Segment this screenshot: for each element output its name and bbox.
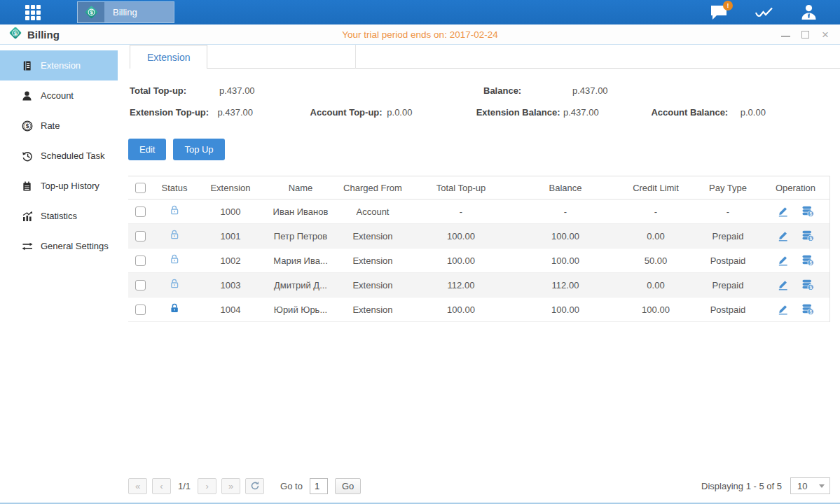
scheduled-task-icon <box>21 150 33 162</box>
balance-cell: 100.00 <box>514 304 617 315</box>
goto-page-input[interactable] <box>310 478 328 494</box>
col-balance: Balance <box>514 183 617 193</box>
sidebar-item-scheduled-task[interactable]: Scheduled Task <box>0 141 118 171</box>
charged-from-cell: Extension <box>337 304 408 315</box>
sidebar-item-label: Extension <box>41 60 81 71</box>
account-balance-value: p.0.00 <box>741 107 830 118</box>
sidebar-item-label: Scheduled Task <box>41 150 105 161</box>
account-topup-value: p.0.00 <box>387 107 476 118</box>
sidebar-item-general-settings[interactable]: General Settings <box>0 231 118 261</box>
table-row: 1003 Дмитрий Д... Extension 112.00 112.0… <box>128 273 829 298</box>
total-topup-cell: 100.00 <box>408 304 514 315</box>
refresh-icon <box>250 481 260 491</box>
tab-ghost <box>207 45 356 69</box>
row-checkbox[interactable] <box>135 255 146 266</box>
extension-cell: 1001 <box>197 231 264 241</box>
total-topup-cell: 112.00 <box>408 280 514 290</box>
minimize-button[interactable] <box>781 31 790 37</box>
tab-bar: Extension <box>128 45 840 69</box>
user-account-icon[interactable] <box>798 4 819 22</box>
extension-topup-value: p.437.00 <box>217 107 310 118</box>
topup-row-icon[interactable]: $ <box>801 279 814 290</box>
edit-row-icon[interactable] <box>777 279 789 290</box>
balance-cell: 100.00 <box>514 231 617 241</box>
sidebar-item-label: Rate <box>41 120 60 131</box>
window-title: Billing <box>27 29 60 41</box>
unlocked-icon <box>169 253 180 265</box>
account-balance-label: Account Balance: <box>651 107 740 118</box>
next-page-button[interactable]: › <box>198 478 216 494</box>
sidebar-item-account[interactable]: Account <box>0 80 118 111</box>
svg-text:$: $ <box>809 309 812 315</box>
select-all-checkbox[interactable] <box>135 183 146 193</box>
name-cell: Юрий Юрь... <box>264 304 337 315</box>
sidebar: Extension Account $ Rate Scheduled Task <box>0 45 118 503</box>
refresh-button[interactable] <box>245 478 264 494</box>
edit-button[interactable]: Edit <box>128 139 166 160</box>
sidebar-item-extension[interactable]: Extension <box>0 50 118 80</box>
notification-badge: ! <box>723 1 733 10</box>
total-topup-cell: - <box>408 206 514 217</box>
billing-diamond-icon: $ <box>78 2 104 22</box>
extension-table: Status Extension Name Charged From Total… <box>128 176 830 322</box>
operation-cell: $ <box>762 304 829 315</box>
total-topup-cell: 100.00 <box>408 231 514 241</box>
topup-row-icon[interactable]: $ <box>801 255 814 266</box>
sidebar-item-rate[interactable]: $ Rate <box>0 111 118 141</box>
taskbar-tab-label: Billing <box>104 7 174 18</box>
close-button[interactable]: × <box>820 29 830 39</box>
col-operation: Operation <box>762 183 829 193</box>
taskbar-tab-billing[interactable]: $ Billing <box>77 1 174 23</box>
charged-from-cell: Extension <box>337 255 408 266</box>
col-charged-from: Charged From <box>337 183 408 193</box>
table-body: 1000 Иван Иванов Account - - - - $ 1001 … <box>128 200 829 322</box>
go-button[interactable]: Go <box>335 478 361 494</box>
first-page-button[interactable]: « <box>128 478 147 494</box>
row-checkbox[interactable] <box>135 280 146 290</box>
extension-cell: 1004 <box>197 304 264 315</box>
billing-app-icon: $ <box>8 26 22 43</box>
prev-page-button[interactable]: ‹ <box>152 478 171 494</box>
edit-row-icon[interactable] <box>777 304 789 315</box>
sidebar-item-topup-history[interactable]: Top-up History <box>0 171 118 201</box>
topup-history-icon <box>21 181 33 192</box>
last-page-button[interactable]: » <box>221 478 240 494</box>
unlocked-icon <box>169 204 180 216</box>
svg-text:$: $ <box>809 236 812 241</box>
billing-app-window: $ Billing ! <box>0 0 840 504</box>
tab-extension[interactable]: Extension <box>130 45 207 69</box>
locked-icon <box>169 302 180 314</box>
balance-cell: 100.00 <box>514 255 617 266</box>
col-pay-type: Pay Type <box>694 183 762 193</box>
rate-icon: $ <box>21 120 33 132</box>
topup-button[interactable]: Top Up <box>173 139 224 160</box>
charged-from-cell: Extension <box>337 280 408 290</box>
app-launcher-icon[interactable] <box>25 5 46 20</box>
pay-type-cell: Prepaid <box>694 231 762 241</box>
extension-cell: 1000 <box>197 206 264 217</box>
sidebar-item-statistics[interactable]: Statistics <box>0 201 118 231</box>
row-checkbox[interactable] <box>135 206 146 217</box>
svg-text:$: $ <box>809 211 812 217</box>
topup-row-icon[interactable]: $ <box>801 304 814 315</box>
charged-from-cell: Account <box>337 206 408 217</box>
topup-row-icon[interactable]: $ <box>801 230 814 241</box>
pagination-bar: « ‹ 1/1 › » Go to Go Displaying 1 - 5 of… <box>128 469 830 503</box>
messages-icon[interactable]: ! <box>708 4 729 22</box>
balance-value: p.437.00 <box>572 85 662 96</box>
page-size-select[interactable]: 10 <box>790 477 830 494</box>
edit-row-icon[interactable] <box>777 230 789 241</box>
sidebar-item-label: Account <box>41 90 74 101</box>
svg-text:$: $ <box>90 9 93 15</box>
row-checkbox[interactable] <box>135 231 146 241</box>
edit-row-icon[interactable] <box>777 255 789 266</box>
total-topup-label: Total Top-up: <box>128 85 219 96</box>
account-icon <box>21 90 33 102</box>
name-cell: Петр Петров <box>264 231 337 241</box>
topup-row-icon[interactable]: $ <box>801 206 814 217</box>
resource-monitor-icon[interactable] <box>753 4 774 22</box>
edit-row-icon[interactable] <box>777 206 789 217</box>
col-extension: Extension <box>197 183 264 193</box>
row-checkbox[interactable] <box>135 304 146 315</box>
maximize-button[interactable] <box>801 31 809 38</box>
